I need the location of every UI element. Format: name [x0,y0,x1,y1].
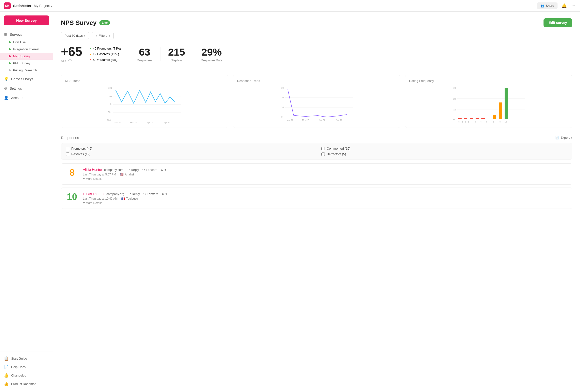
response-2-body: Lucas Laurent company.org ↩ Reply ↪ Forw… [83,192,567,205]
svg-text:Mar 20: Mar 20 [115,121,121,124]
response-1-header: Alicia Hunter company.com ↩ Reply ↪ Forw… [83,167,567,172]
response-1-meta: Last Thursday at 5:57 PM · 🇺🇸 Anaheim [83,173,567,176]
export-button[interactable]: 📄 Export [555,136,572,139]
promoters-checkbox[interactable] [66,147,69,150]
svg-text:10: 10 [505,121,507,123]
nps-trend-card: NPS Trend 100 50 0 -50 -100 [61,75,228,128]
response-1-name[interactable]: Alicia Hunter [83,168,102,172]
commented-checkbox[interactable] [321,147,325,150]
response-1-location: Anaheim [125,173,136,176]
response-2-forward-button[interactable]: ↪ Forward [143,192,158,196]
response-2-location: Toulouse [126,197,138,200]
response-2-reply-button[interactable]: ↩ Reply [128,192,140,196]
detractors-checkbox[interactable] [321,152,325,156]
sidebar-item-pricing-research[interactable]: Pricing Research [0,67,53,74]
surveys-section-header[interactable]: ▦ Surveys [0,30,53,39]
demo-surveys-header[interactable]: 💡 Demo Surveys [0,75,53,83]
svg-text:4: 4 [471,121,472,123]
detractors-filter[interactable]: Detractors (5) [321,152,567,156]
svg-text:6: 6 [480,121,482,123]
settings-icon: ⚙ [4,86,7,91]
project-selector[interactable]: My Project [34,4,52,8]
sidebar-item-pmf-survey[interactable]: PMF Survey [0,60,53,67]
promoters-filter[interactable]: Promoters (46) [66,147,312,150]
svg-text:30: 30 [281,87,284,89]
passives-filter[interactable]: Passives (12) [66,152,312,156]
account-label: Account [11,96,23,100]
integration-interest-dot [9,48,11,50]
sidebar-item-integration-interest[interactable]: Integration Interest [0,46,53,53]
sidebar-bottom: 📋 Start Guide 📄 Help Docs 🔔 Changelog 👍 … [0,351,53,388]
promoters-block: ● 46 Promoters (73%) ● 12 Passives (19%)… [90,46,121,63]
response-1-flag: 🇺🇸 [120,173,124,176]
account-icon: 👤 [4,96,9,100]
sidebar: New Survey ▦ Surveys First Use Integrati… [0,11,53,392]
logo-icon: SM [4,2,11,9]
displays-label: Displays [168,58,185,62]
response-2-score: 10 [66,192,78,202]
sidebar-item-help-docs[interactable]: 📄 Help Docs [0,363,53,371]
commented-filter[interactable]: Commented (16) [321,147,567,150]
svg-text:Apr 10: Apr 10 [164,121,170,124]
sidebar-item-product-roadmap[interactable]: 👍 Product Roadmap [0,380,53,388]
filter-checkboxes: Promoters (46) Commented (16) Passives (… [61,143,572,159]
response-2-name[interactable]: Lucas Laurent [83,192,104,196]
changelog-label: Changelog [11,374,26,377]
page-title: NPS Survey [61,19,96,27]
bar-5 [476,118,479,119]
sidebar-item-changelog[interactable]: 🔔 Changelog [0,371,53,380]
new-survey-button[interactable]: New Survey [4,15,49,25]
notifications-button[interactable]: 🔔 [561,2,568,9]
displays-number: 215 [168,46,185,58]
nps-survey-dot [9,55,11,57]
response-1-gear-button[interactable]: ⚙ ▾ [161,168,166,172]
rating-frequency-card: Rating Frequency 30 20 10 0 [405,75,572,128]
edit-survey-button[interactable]: Edit survey [544,18,572,27]
rating-frequency-title: Rating Frequency [409,79,568,83]
response-1-more-details[interactable]: ∨ More Details [83,177,567,181]
svg-text:0: 0 [281,116,283,118]
response-1-body: Alicia Hunter company.com ↩ Reply ↪ Forw… [83,167,567,181]
date-filter-chevron-icon [84,34,85,37]
passives-checkbox[interactable] [66,152,69,156]
pmf-survey-label: PMF Survey [13,61,30,65]
bar-3 [470,118,473,119]
response-1-forward-button[interactable]: ↪ Forward [142,168,157,172]
svg-text:8: 8 [493,121,494,123]
bar-9 [499,103,502,119]
response-trend-title: Response Trend [237,79,396,83]
sidebar-item-nps-survey[interactable]: NPS Survey [0,53,53,60]
svg-text:20: 20 [453,98,456,100]
response-card-1: 8 Alicia Hunter company.com ↩ Reply ↪ Fo… [61,163,572,185]
more-options-button[interactable]: ··· [571,2,576,9]
settings-header[interactable]: ⚙ Settings [0,84,53,93]
sidebar-item-start-guide[interactable]: 📋 Start Guide [0,354,53,363]
date-filter-button[interactable]: Past 30 days [61,32,89,39]
filters-button[interactable]: ≡ Filters [92,32,114,39]
svg-text:10: 10 [453,109,456,111]
live-badge: Live [99,20,110,25]
svg-text:Mar 27: Mar 27 [130,121,137,124]
response-2-gear-button[interactable]: ⚙ ▾ [162,192,167,196]
charts-row: NPS Trend 100 50 0 -50 -100 [61,75,572,128]
response-trend-card: Response Trend 30 20 10 0 [233,75,400,128]
demo-surveys-label: Demo Surveys [11,77,33,81]
response-1-time: Last Thursday at 5:57 PM [83,173,116,176]
responses-number: 63 [137,46,152,58]
responses-stat: 63 Responses [137,46,152,62]
account-header[interactable]: 👤 Account [0,94,53,102]
layout: New Survey ▦ Surveys First Use Integrati… [0,11,580,392]
share-button[interactable]: 👥 Share [537,2,558,9]
response-1-reply-button[interactable]: ↩ Reply [127,168,139,172]
response-2-more-details[interactable]: ∨ More Details [83,201,567,205]
page-header: NPS Survey Live Edit survey [61,18,572,27]
bar-6 [481,118,485,119]
nps-trend-chart: 100 50 0 -50 -100 Mar 2 [65,85,224,124]
sidebar-item-first-use[interactable]: First Use [0,39,53,46]
nps-label: NPS ⓘ [61,59,82,63]
promoters-filter-label: Promoters (46) [71,147,92,150]
settings-label: Settings [10,87,22,90]
first-use-label: First Use [13,40,26,44]
help-docs-label: Help Docs [11,365,26,369]
bar-10 [505,88,508,119]
